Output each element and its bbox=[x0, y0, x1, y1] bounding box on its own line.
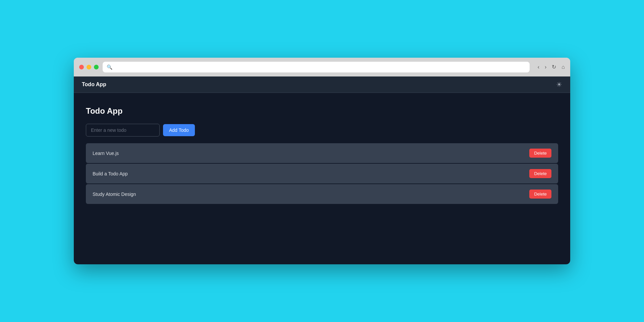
reload-button[interactable]: ↻ bbox=[552, 64, 556, 70]
search-icon: 🔍 bbox=[107, 64, 112, 70]
app-container: Todo App ☀ Todo App Add Todo Learn Vue.j… bbox=[74, 76, 570, 264]
todo-item: Learn Vue.js Delete bbox=[86, 143, 558, 163]
todo-list: Learn Vue.js Delete Build a Todo App Del… bbox=[86, 143, 558, 204]
browser-window: 🔍 ‹ › ↻ ⌂ Todo App ☀ Todo App Add Todo bbox=[74, 58, 570, 264]
todo-item: Study Atomic Design Delete bbox=[86, 184, 558, 204]
traffic-light-close[interactable] bbox=[79, 65, 84, 69]
todo-item-text: Build a Todo App bbox=[93, 171, 128, 176]
app-navbar: Todo App ☀ bbox=[74, 76, 570, 93]
app-main: Todo App Add Todo Learn Vue.js Delete Bu… bbox=[74, 93, 570, 217]
todo-item: Build a Todo App Delete bbox=[86, 164, 558, 183]
address-bar: 🔍 bbox=[103, 62, 530, 72]
traffic-light-minimize[interactable] bbox=[87, 65, 91, 69]
app-nav-title: Todo App bbox=[82, 82, 106, 88]
delete-button[interactable]: Delete bbox=[529, 169, 551, 178]
forward-button[interactable]: › bbox=[545, 64, 546, 70]
theme-toggle-button[interactable]: ☀ bbox=[556, 81, 562, 88]
traffic-lights bbox=[79, 65, 99, 69]
todo-input-row: Add Todo bbox=[86, 124, 558, 137]
delete-button[interactable]: Delete bbox=[529, 149, 551, 158]
home-button[interactable]: ⌂ bbox=[561, 64, 565, 70]
todo-input[interactable] bbox=[86, 124, 160, 137]
page-title: Todo App bbox=[86, 106, 558, 116]
delete-button[interactable]: Delete bbox=[529, 190, 551, 199]
traffic-light-maximize[interactable] bbox=[94, 65, 99, 69]
back-button[interactable]: ‹ bbox=[538, 64, 539, 70]
browser-chrome: 🔍 ‹ › ↻ ⌂ bbox=[74, 58, 570, 76]
todo-item-text: Learn Vue.js bbox=[93, 151, 119, 156]
browser-actions: ‹ › ↻ ⌂ bbox=[538, 64, 565, 70]
add-todo-button[interactable]: Add Todo bbox=[163, 124, 195, 136]
address-input[interactable] bbox=[115, 64, 526, 70]
todo-item-text: Study Atomic Design bbox=[93, 192, 136, 197]
